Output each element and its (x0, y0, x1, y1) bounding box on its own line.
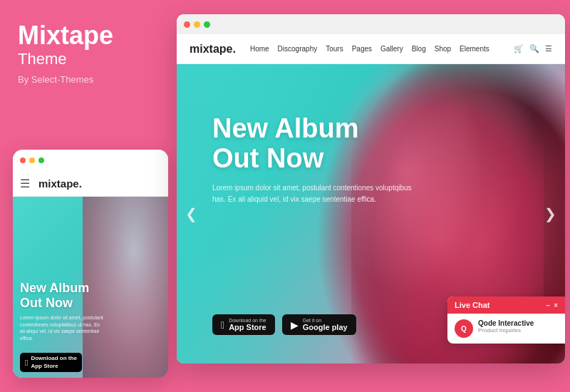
nav-elements[interactable]: Elements (460, 45, 489, 53)
nav-discography[interactable]: Discography (278, 45, 318, 53)
google-play-icon: ▶ (291, 319, 299, 331)
chat-agent-name: Qode Interactive (478, 319, 534, 327)
brand-subtitle: Theme (18, 50, 159, 68)
desktop-nav: mixtape. Home Discography Tours Pages Ga… (177, 34, 565, 64)
desktop-hero: ❮ ❯ New Album Out Now Lorem ipsum dolor … (177, 64, 565, 363)
mobile-badge-text: Download on the App Store (31, 355, 76, 370)
desktop-hero-content: New Album Out Now Lorem ipsum dolor sit … (212, 114, 412, 205)
nav-tours[interactable]: Tours (326, 45, 343, 53)
google-play-badge-button[interactable]: ▶ Get it on Google play (282, 314, 356, 335)
chat-avatar: Q (455, 319, 473, 338)
mobile-hero-title: New Album Out Now (20, 281, 105, 310)
desktop-nav-links: Home Discography Tours Pages Gallery Blo… (250, 45, 514, 53)
desktop-nav-icons: 🛒 🔍 ☰ (514, 44, 552, 53)
chat-agent-sub: Product Inquiries (478, 327, 534, 334)
appstore-badge-button[interactable]:  Download on the App Store (212, 314, 275, 335)
live-chat-header: Live Chat − × (447, 296, 565, 314)
apple-store-icon:  (221, 319, 224, 331)
mobile-hero: New Album Out Now Lorem ipsum dolor sit … (13, 197, 168, 378)
nav-blog[interactable]: Blog (412, 45, 426, 53)
desktop-dot-yellow (194, 21, 200, 28)
mobile-mockup: ☰ mixtape. New Album Out Now Lorem ipsum… (13, 150, 168, 378)
menu-icon[interactable]: ☰ (545, 44, 552, 53)
live-chat-minimize[interactable]: − (546, 301, 550, 309)
nav-gallery[interactable]: Gallery (380, 45, 403, 53)
desktop-hero-title: New Album Out Now (212, 114, 412, 174)
desktop-dot-green (204, 21, 210, 28)
mobile-dot-red (20, 158, 26, 163)
nav-home[interactable]: Home (250, 45, 269, 53)
left-panel: Mixtape Theme By Select-Themes ☰ mixtape… (0, 0, 177, 392)
mobile-hero-body: Lorem ipsum dolor sit amet, postulant co… (20, 314, 105, 342)
hero-arrow-right[interactable]: ❯ (544, 205, 556, 222)
desktop-titlebar (177, 14, 565, 34)
mobile-nav: ☰ mixtape. (13, 171, 168, 197)
live-chat-close[interactable]: × (554, 301, 558, 309)
hero-arrow-left[interactable]: ❮ (185, 205, 197, 222)
desktop-site-logo: mixtape. (190, 43, 236, 56)
mobile-logo: mixtape. (38, 177, 82, 190)
mobile-hero-content: New Album Out Now Lorem ipsum dolor sit … (20, 281, 105, 342)
desktop-dot-red (184, 21, 190, 28)
hamburger-icon[interactable]: ☰ (20, 177, 30, 190)
live-chat-controls: − × (546, 301, 558, 309)
live-chat-body: Q Qode Interactive Product Inquiries (447, 314, 565, 344)
appstore-badge-texts: Download on the App Store (229, 318, 266, 331)
brand-title: Mixtape (18, 21, 159, 50)
mobile-dot-yellow (29, 158, 35, 163)
desktop-badges:  Download on the App Store ▶ Get it on … (212, 314, 356, 335)
mobile-dot-green (38, 158, 44, 163)
nav-pages[interactable]: Pages (352, 45, 372, 53)
mobile-titlebar (13, 150, 168, 171)
desktop-mockup: mixtape. Home Discography Tours Pages Ga… (177, 14, 565, 363)
brand-by: By Select-Themes (18, 74, 159, 85)
chat-info: Qode Interactive Product Inquiries (478, 319, 534, 334)
search-icon[interactable]: 🔍 (529, 44, 539, 53)
live-chat-widget: Live Chat − × Q Qode Interactive Product… (447, 296, 565, 344)
google-play-badge-texts: Get it on Google play (303, 318, 348, 331)
cart-icon[interactable]: 🛒 (514, 44, 524, 53)
desktop-hero-body: Lorem ipsum dolor sit amet, postulant co… (212, 182, 412, 205)
nav-shop[interactable]: Shop (435, 45, 451, 53)
apple-icon:  (25, 358, 28, 368)
live-chat-title: Live Chat (455, 301, 490, 309)
mobile-appstore-badge[interactable]:  Download on the App Store (20, 353, 82, 372)
